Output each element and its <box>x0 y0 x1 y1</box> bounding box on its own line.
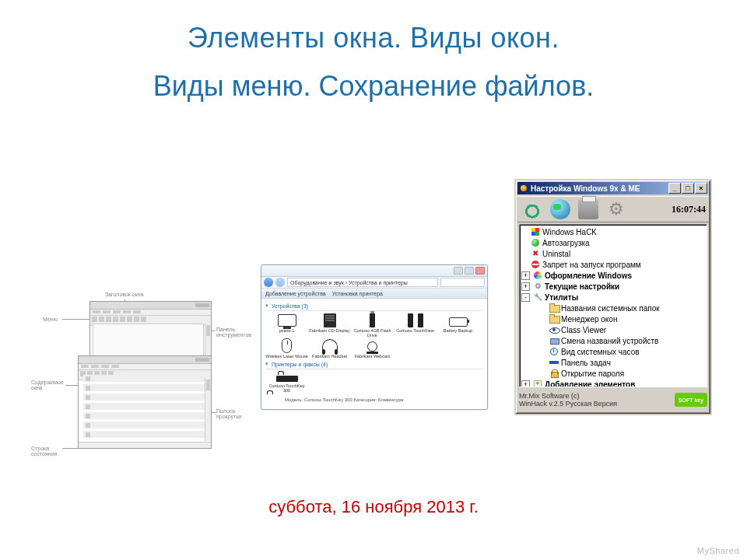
breadcrumb[interactable]: Оборудование и звук › Устройства и принт… <box>287 278 438 287</box>
slide-date: суббота, 16 ноября 2013 г. <box>0 497 747 517</box>
section-printers-header[interactable]: Принтеры и факсы (4) <box>265 361 483 367</box>
tree-node[interactable]: Uninstal <box>521 248 705 259</box>
close-button[interactable]: × <box>695 183 707 194</box>
winhack-toolbar: ⚙ 16:07:44 <box>517 196 709 222</box>
section-printers-label: Принтеры и факсы (4) <box>272 362 328 367</box>
toolbar-recycle-icon[interactable] <box>521 198 544 220</box>
clock-display: 16:07:44 <box>672 204 706 215</box>
tree-node[interactable]: +Добавление элементов <box>521 379 705 387</box>
diagram-label-scroll: Полоса прокрутки <box>216 408 244 419</box>
tree-node[interactable]: Автозагрузка <box>521 237 705 248</box>
eye-icon <box>549 325 559 334</box>
tree-node[interactable]: Вид системных часов <box>521 346 705 357</box>
footer-line1: Mr.Mix Software (c) <box>519 392 617 400</box>
tree-node[interactable]: Открытие пароля <box>521 368 705 379</box>
winhack-title-text: Настройка Windows 9x & ME <box>531 184 640 193</box>
diagram-label-status: Строка состояния <box>31 446 62 457</box>
device-item[interactable]: Contoso TouchView <box>394 313 437 338</box>
watermark: MyShared <box>697 546 739 555</box>
winhack-tree[interactable]: Windows HaCKАвтозагрузкаUninstalЗапрет н… <box>519 224 707 387</box>
winhack-app-icon <box>519 184 528 193</box>
lock-icon <box>549 369 559 378</box>
tree-node[interactable]: -Утилиты <box>521 292 705 303</box>
minimize-button[interactable]: _ <box>668 183 681 194</box>
diagram-label-menu: Меню <box>43 317 58 322</box>
cmd-add-device[interactable]: Добавление устройства <box>265 291 326 296</box>
breadcrumb-text: Оборудование и звук › Устройства и принт… <box>290 280 408 285</box>
devices-grid: pctest-1Fabrikam CD-DisplayContoso 4GB F… <box>265 313 483 338</box>
expand-toggle[interactable]: + <box>521 380 530 388</box>
device-item[interactable]: pctest-1 <box>265 313 308 338</box>
device-item[interactable]: Wireless Laser Mouse <box>265 338 308 359</box>
footer-line2: WinHack v.2.5 Русская Версия <box>519 400 617 408</box>
winhack-window: Настройка Windows 9x & ME _ □ × ⚙ 16:07:… <box>514 179 712 415</box>
expand-toggle[interactable]: + <box>521 271 530 280</box>
device-item[interactable]: Battery Backup <box>437 313 479 338</box>
tree-node[interactable]: Class Viewer <box>521 324 705 335</box>
device-item[interactable]: Contoso 4GB Flash Drive <box>351 313 394 338</box>
diagram-label-toolbar: Панель инструментов <box>216 327 247 338</box>
fold-icon <box>549 303 559 313</box>
win-icon <box>531 227 540 236</box>
device-item[interactable]: Fabrikam Webcam <box>351 338 394 359</box>
device-item[interactable]: Fabrikam CD-Display <box>308 313 351 338</box>
section-devices-label: Устройства (3) <box>272 303 308 309</box>
diagram-sample-window-front <box>78 355 212 449</box>
tree-node[interactable]: +Текущие настройки <box>521 281 705 292</box>
printers-grid: Contoso TouchKey 300 <box>265 371 483 394</box>
winhack-statusbar: Mr.Mix Software (c) WinHack v.2.5 Русска… <box>519 389 707 411</box>
minimize-button[interactable] <box>454 267 463 275</box>
gear-icon <box>533 282 542 291</box>
slide-title-line2: Виды меню. Сохранение файлов. <box>0 68 747 103</box>
expand-toggle[interactable]: - <box>521 293 530 302</box>
window-anatomy-diagram: Заголовок окна Меню Панель инструментов … <box>31 292 245 459</box>
boot-icon <box>531 238 540 247</box>
del-icon <box>531 249 540 258</box>
tree-node[interactable]: Windows HaCK <box>521 226 705 237</box>
details-pane-text: Модель: Contoso TouchKey 300 Категория: … <box>285 397 403 402</box>
toolbar-printer-icon[interactable] <box>577 198 600 220</box>
diagram-label-content: Содержимое окна <box>31 380 66 390</box>
task-icon <box>549 358 559 367</box>
nav-forward-button[interactable] <box>275 278 285 287</box>
maximize-button[interactable] <box>465 267 474 275</box>
device-item[interactable]: Fabrikam Headset <box>308 338 351 359</box>
tree-node[interactable]: Панель задач <box>521 357 705 368</box>
tree-node[interactable]: Названия системных папок <box>521 303 705 313</box>
toolbar-gear-icon[interactable]: ⚙ <box>605 198 628 220</box>
devices-grid-2: Wireless Laser MouseFabrikam HeadsetFabr… <box>265 338 483 359</box>
slide-title-line1: Элементы окна. Виды окон. <box>0 22 747 54</box>
tree-node[interactable]: Менеджер окон <box>521 313 705 324</box>
search-input[interactable] <box>440 278 485 287</box>
no-icon <box>531 260 540 269</box>
pal-icon <box>533 271 542 280</box>
fold-icon <box>549 314 559 324</box>
close-button[interactable] <box>475 267 485 275</box>
dev-icon <box>549 336 559 345</box>
tree-node[interactable]: Смена названий устройств <box>521 335 705 346</box>
tree-node[interactable]: Запрет на запуск программ <box>521 259 705 270</box>
section-devices-header[interactable]: Устройства (3) <box>265 303 483 309</box>
tree-node[interactable]: +Оформление Windows <box>521 270 705 281</box>
maximize-button[interactable]: □ <box>682 183 694 194</box>
expand-toggle[interactable]: + <box>521 282 530 291</box>
soft-badge: SOFT key <box>675 393 707 407</box>
toolbar-globe-icon[interactable] <box>549 198 572 220</box>
winhack-titlebar: Настройка Windows 9x & ME _ □ × <box>517 182 709 194</box>
devwin-titlebar <box>261 265 487 277</box>
plus-icon <box>533 380 542 387</box>
cmd-add-printer[interactable]: Установка принтера <box>332 291 383 296</box>
nav-back-button[interactable] <box>264 278 273 287</box>
tool-icon <box>533 292 542 302</box>
diagram-label-title: Заголовок окна <box>105 292 144 297</box>
clock-icon <box>549 347 559 356</box>
devices-and-printers-window: Оборудование и звук › Устройства и принт… <box>261 264 488 410</box>
